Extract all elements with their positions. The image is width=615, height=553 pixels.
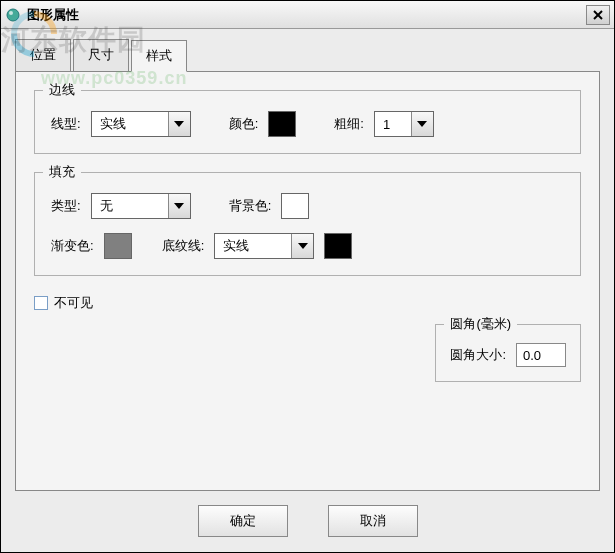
fill-legend: 填充	[43, 163, 81, 181]
dropdown-icon	[168, 194, 190, 218]
gradient-label: 渐变色:	[51, 237, 94, 255]
corner-legend: 圆角(毫米)	[444, 315, 517, 333]
corner-size-label: 圆角大小:	[450, 346, 506, 364]
svg-marker-4	[174, 121, 184, 127]
window-title: 图形属性	[27, 6, 586, 24]
tab-size[interactable]: 尺寸	[73, 39, 129, 71]
close-button[interactable]	[586, 5, 610, 25]
line-type-combo[interactable]: 实线	[91, 111, 191, 137]
invisible-checkbox[interactable]	[34, 296, 48, 310]
app-icon	[5, 7, 21, 23]
svg-marker-6	[174, 203, 184, 209]
line-type-value: 实线	[92, 115, 168, 133]
fill-type-label: 类型:	[51, 197, 81, 215]
fill-type-value: 无	[92, 197, 168, 215]
tab-position[interactable]: 位置	[15, 39, 71, 71]
gradient-color-swatch[interactable]	[104, 233, 132, 259]
corner-size-input[interactable]	[516, 343, 566, 367]
tab-style[interactable]: 样式	[131, 40, 187, 72]
line-type-label: 线型:	[51, 115, 81, 133]
bg-color-swatch[interactable]	[281, 193, 309, 219]
style-panel: 边线 线型: 实线 颜色: 粗细: 1	[15, 71, 600, 491]
titlebar: 图形属性	[1, 1, 614, 29]
weight-combo[interactable]: 1	[374, 111, 434, 137]
close-icon	[593, 10, 603, 20]
button-bar: 确定 取消	[15, 491, 600, 547]
dropdown-icon	[168, 112, 190, 136]
hatch-line-value: 实线	[215, 237, 291, 255]
hatch-line-label: 底纹线:	[162, 237, 205, 255]
invisible-checkbox-wrap: 不可见	[34, 294, 93, 312]
border-legend: 边线	[43, 81, 81, 99]
dropdown-icon	[291, 234, 313, 258]
tab-bar: 位置 尺寸 样式	[15, 39, 600, 71]
border-fieldset: 边线 线型: 实线 颜色: 粗细: 1	[34, 90, 581, 154]
dropdown-icon	[411, 112, 433, 136]
ok-button[interactable]: 确定	[198, 505, 288, 537]
svg-point-1	[9, 11, 13, 15]
fill-fieldset: 填充 类型: 无 背景色: 渐变色:	[34, 172, 581, 276]
weight-label: 粗细:	[334, 115, 364, 133]
invisible-label: 不可见	[54, 294, 93, 312]
weight-value: 1	[375, 117, 411, 132]
svg-marker-7	[298, 243, 308, 249]
fill-type-combo[interactable]: 无	[91, 193, 191, 219]
border-color-swatch[interactable]	[268, 111, 296, 137]
svg-marker-5	[417, 121, 427, 127]
svg-point-0	[7, 9, 19, 21]
hatch-color-swatch[interactable]	[324, 233, 352, 259]
hatch-line-combo[interactable]: 实线	[214, 233, 314, 259]
corner-fieldset: 圆角(毫米) 圆角大小:	[435, 324, 581, 382]
dialog-window: 图形属性 河东软件园 www.pc0359.cn 位置 尺寸 样式 边线	[0, 0, 615, 553]
bg-color-label: 背景色:	[229, 197, 272, 215]
content-area: 位置 尺寸 样式 边线 线型: 实线 颜色:	[1, 29, 614, 553]
color-label: 颜色:	[229, 115, 259, 133]
cancel-button[interactable]: 取消	[328, 505, 418, 537]
